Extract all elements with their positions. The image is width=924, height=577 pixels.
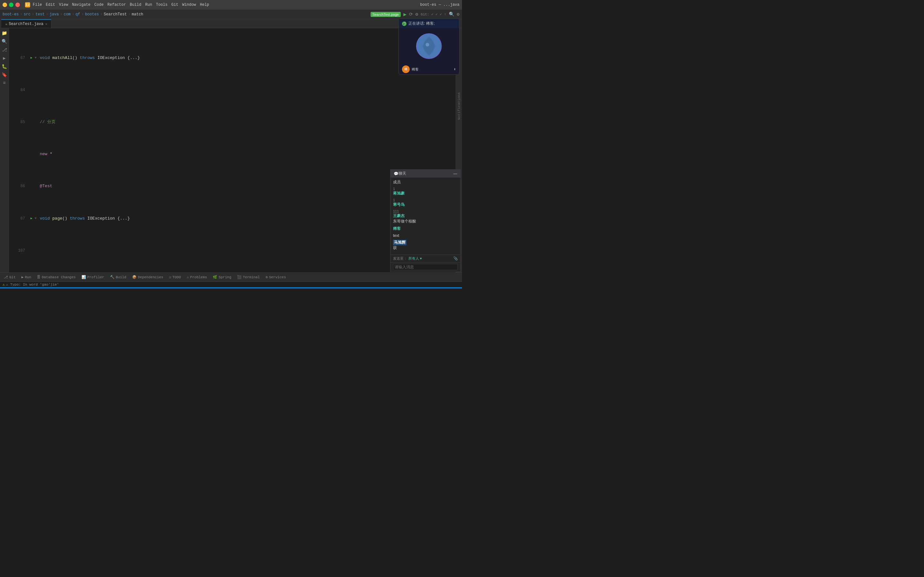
profiler-tab-icon: 📊: [81, 275, 86, 279]
sidebar-icon-git[interactable]: ⎇: [1, 46, 8, 53]
chat-icon: 💬: [394, 171, 399, 176]
bottom-tab-problems[interactable]: ⚠ Problems: [184, 274, 210, 280]
window-controls[interactable]: [3, 3, 20, 7]
chat-msg-hanhaoiao: 1 寒号鸟: [393, 198, 458, 207]
git-info: Git: ✓ ✓ ✓ ↑: [421, 12, 446, 16]
bc-qf[interactable]: qf: [75, 12, 80, 17]
bottom-tab-profiler[interactable]: 📊 Profiler: [79, 274, 107, 280]
problems-tab-label: Problems: [190, 276, 207, 279]
video-avatar: [416, 33, 442, 59]
bc-src[interactable]: src: [24, 12, 31, 17]
terminal-tab-icon: ⬛: [237, 275, 242, 279]
bottom-tab-git[interactable]: ⎇ Git: [1, 274, 18, 280]
chat-title: 聊天: [399, 171, 406, 176]
menu-window[interactable]: Window: [182, 3, 196, 7]
title-file: boot-es — ...java: [420, 3, 459, 7]
menu-bar[interactable]: FileEditViewNavigateCodeRefactorBuildRun…: [33, 3, 209, 7]
bottom-tab-build[interactable]: 🔨 Build: [107, 274, 129, 280]
deps-tab-label: Dependencies: [138, 276, 163, 279]
menu-build[interactable]: Build: [129, 3, 141, 7]
bottom-tab-spring[interactable]: 🌿 Spring: [210, 274, 234, 280]
chat-msg-text-label: text: [393, 234, 458, 238]
bc-match[interactable]: match: [132, 12, 144, 17]
chat-messages: 成员 1 蒋旭豪 1 寒号鸟 111 王豪杰 东哥做个核酸 稀客 text 马旭…: [391, 177, 460, 255]
menu-file[interactable]: File: [33, 3, 42, 7]
chat-header: 💬 聊天 —: [391, 169, 460, 177]
code-line-87: 87 ▶ ▼ void page() throws IOException {.…: [11, 215, 456, 222]
chat-input-field[interactable]: [393, 264, 458, 270]
download-icon: ⬇: [454, 67, 456, 72]
menu-refactor[interactable]: Refactor: [107, 3, 126, 7]
tab-label: SearchTest.java: [9, 22, 43, 26]
build-tab-label: Build: [116, 276, 126, 279]
sidebar-icon-find[interactable]: 🔍: [1, 38, 8, 45]
menu-edit[interactable]: Edit: [46, 3, 55, 7]
deps-tab-icon: 📦: [132, 275, 137, 279]
typo-warning-icon: ⚠: [3, 282, 5, 287]
sidebar-icon-bookmark[interactable]: 🔖: [1, 71, 8, 78]
bottom-tab-todo[interactable]: ☑ TODO: [166, 274, 184, 280]
menu-tools[interactable]: Tools: [156, 3, 168, 7]
nav-icon-2[interactable]: ⚙: [415, 11, 418, 17]
menu-help[interactable]: Help: [200, 3, 209, 7]
bottom-tab-run[interactable]: ▶ Run: [19, 274, 34, 280]
video-user-row: 稀 稀客 ⬇: [399, 64, 459, 74]
bottom-tab-terminal[interactable]: ⬛ Terminal: [234, 274, 262, 280]
bottom-tab-db[interactable]: 🗄 Database Changes: [34, 274, 78, 280]
nav-icon-1[interactable]: ⟳: [409, 11, 413, 17]
code-line-84: 84: [11, 87, 456, 93]
bc-com[interactable]: com: [63, 12, 71, 17]
bc-bootes[interactable]: bootes: [85, 12, 99, 17]
db-tab-label: Database Changes: [42, 276, 76, 279]
run-icon[interactable]: ▶: [403, 11, 407, 18]
code-line-67: 67 ▶ ▼ void matchAll() throws IOExceptio…: [11, 55, 456, 61]
code-line-107: 107: [11, 247, 456, 254]
sidebar-icon-run[interactable]: ▶: [1, 55, 8, 61]
chat-input-area: [391, 262, 460, 271]
settings-icon[interactable]: ⚙: [457, 11, 459, 17]
bc-boot-es[interactable]: boot-es: [3, 12, 19, 17]
notification-label[interactable]: Notifications: [457, 92, 461, 120]
send-icon[interactable]: 📎: [453, 256, 458, 261]
minimize-button[interactable]: [3, 3, 7, 7]
git-tab-icon: ⎇: [4, 275, 8, 279]
chat-section-members: 成员: [393, 179, 458, 185]
profiler-tab-label: Profiler: [87, 276, 104, 279]
menu-run[interactable]: Run: [145, 3, 152, 7]
menu-view[interactable]: View: [59, 3, 68, 7]
git-tab-label: Git: [9, 276, 16, 279]
menu-git[interactable]: Git: [171, 3, 178, 7]
chat-msg-jiangxuhao: 1 蒋旭豪: [393, 187, 458, 196]
problems-tab-icon: ⚠: [187, 275, 189, 279]
bc-test[interactable]: test: [35, 12, 45, 17]
bc-java[interactable]: java: [49, 12, 59, 17]
bottom-tab-services[interactable]: ⚙ Services: [263, 274, 288, 280]
chat-msg-maxuhui: 马旭辉 获: [393, 240, 458, 251]
code-line-85: 85 // 分页: [11, 119, 456, 125]
todo-tab-icon: ☑: [169, 275, 171, 279]
search-icon[interactable]: 🔍: [449, 11, 454, 17]
sidebar-icon-structure[interactable]: ≡: [1, 79, 8, 87]
spring-tab-label: Spring: [218, 276, 231, 279]
close-button[interactable]: [15, 3, 20, 7]
sidebar-icon-debug[interactable]: 🐛: [1, 63, 8, 70]
maximize-button[interactable]: [9, 3, 13, 7]
send-to-option[interactable]: 所有人 ▾: [409, 256, 422, 261]
bottom-tab-dependencies[interactable]: 📦 Dependencies: [129, 274, 166, 280]
menu-navigate[interactable]: Navigate: [72, 3, 90, 7]
chat-minimize-icon[interactable]: —: [453, 171, 457, 176]
sidebar-icon-project[interactable]: 📁: [1, 29, 8, 37]
bc-searchtest[interactable]: SearchTest: [103, 12, 127, 17]
menu-code[interactable]: Code: [94, 3, 103, 7]
code-line-new1: new *: [11, 151, 456, 157]
video-status-text: 正在讲话: 稀客;: [409, 21, 435, 26]
code-area[interactable]: 67 ▶ ▼ void matchAll() throws IOExceptio…: [9, 28, 456, 272]
todo-tab-label: TODO: [173, 276, 181, 279]
breadcrumb: boot-es › src › test › java › com › qf ›…: [3, 12, 144, 17]
tab-close-icon[interactable]: ✕: [45, 22, 47, 26]
video-header: 🎤 正在讲话: 稀客;: [399, 19, 459, 28]
tab-searchtest[interactable]: ☕ SearchTest.java ✕: [1, 19, 51, 28]
run-config-button[interactable]: SearchTest.page: [371, 12, 401, 17]
run-tab-label: Run: [25, 276, 31, 279]
sidebar-icons: 📁 🔍 ⎇ ▶ 🐛 🔖 ≡: [0, 28, 9, 272]
